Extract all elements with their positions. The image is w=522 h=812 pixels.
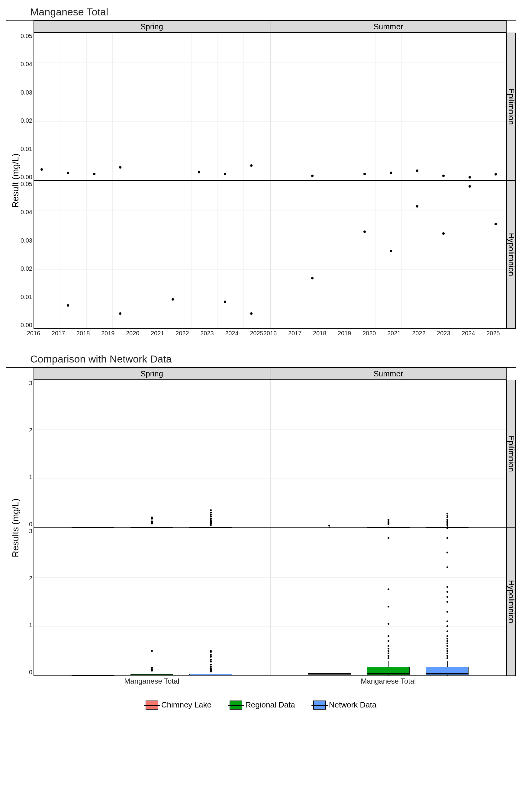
legend: Chimney LakeRegional DataNetwork Data — [6, 700, 516, 710]
x-ticks-r: 2016201720182019202020212022202320242025 — [270, 329, 507, 341]
panel-spring-epi-2 — [34, 380, 270, 528]
x-cat-r: Manganese Total — [270, 676, 507, 688]
y-axis-label-1: Result (mg/L) — [6, 33, 24, 329]
col-strip-spring: Spring — [34, 21, 270, 33]
chart-title-1: Manganese Total — [30, 6, 516, 18]
y-axis-label-2: Results (mg/L) — [6, 380, 24, 676]
x-ticks-l: 2016201720182019202020212022202320242025 — [34, 329, 270, 341]
col-strip-summer: Summer — [270, 21, 507, 33]
chart-title-2: Comparison with Network Data — [30, 353, 516, 365]
legend-item: Chimney Lake — [146, 700, 212, 710]
y-ticks-top-2: 3210 — [24, 380, 34, 528]
y-ticks-bot: 0.050.040.030.020.010.00 — [24, 181, 34, 329]
panel-spring-hypo — [34, 181, 270, 329]
x-cat-l: Manganese Total — [34, 676, 270, 688]
legend-item: Regional Data — [229, 700, 295, 710]
figure-comparison-box: Comparison with Network Data Spring Summ… — [6, 353, 516, 688]
panel-summer-hypo-2 — [270, 528, 507, 676]
col-strip-spring-2: Spring — [34, 368, 270, 380]
figure-manganese-scatter: Manganese Total Spring Summer Result (mg… — [6, 6, 516, 341]
panel-spring-hypo-2 — [34, 528, 270, 676]
row-strip-hypo: Hypolimnion — [507, 181, 516, 329]
panel-summer-hypo — [270, 181, 507, 329]
panel-summer-epi-2 — [270, 380, 507, 528]
panel-spring-epi — [34, 33, 270, 181]
y-ticks-bot-2: 3210 — [24, 528, 34, 676]
row-strip-hypo-2: Hypolimnion — [507, 528, 516, 676]
col-strip-summer-2: Summer — [270, 368, 507, 380]
row-strip-epi-2: Epilimnion — [507, 380, 516, 528]
facet-grid-1: Spring Summer Result (mg/L) 0.050.040.03… — [6, 20, 516, 341]
y-ticks-top: 0.050.040.030.020.010.00 — [24, 33, 34, 181]
row-strip-epi: Epilimnion — [507, 33, 516, 181]
facet-grid-2: Spring Summer Results (mg/L) 3210 Epilim… — [6, 367, 516, 688]
legend-item: Network Data — [313, 700, 377, 710]
panel-summer-epi — [270, 33, 507, 181]
